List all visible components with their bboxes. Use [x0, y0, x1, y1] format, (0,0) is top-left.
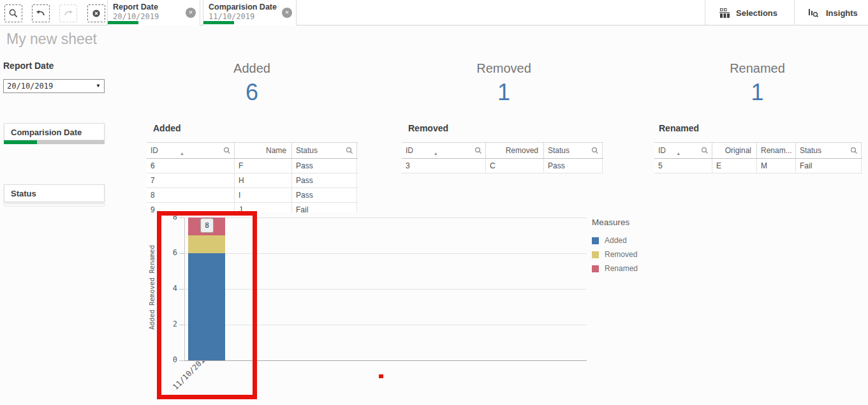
column-header-label: Removed: [506, 146, 538, 155]
kpi-added-label: Added: [147, 61, 357, 76]
column-search-icon[interactable]: [850, 147, 858, 154]
sort-ascending-icon: ▲: [180, 151, 184, 156]
table-cell[interactable]: H: [235, 173, 292, 188]
comparision-date-filter-label: Comparision Date: [4, 124, 104, 137]
table-cell[interactable]: Fail: [796, 159, 862, 173]
filter-chip-report-date[interactable]: Report Date 20/10/2019 ×: [107, 0, 200, 26]
legend-item-added[interactable]: Added: [592, 236, 675, 245]
sheet-title: My new sheet: [6, 31, 97, 48]
table-cell[interactable]: E: [712, 159, 757, 173]
column-search-icon[interactable]: [346, 147, 353, 154]
y-tick-label: 4: [159, 284, 177, 293]
table-cell[interactable]: C: [486, 159, 544, 173]
column-header-renam-[interactable]: Renam...: [757, 143, 796, 158]
column-search-icon[interactable]: [223, 147, 231, 154]
sort-ascending-icon: ▲: [676, 151, 680, 156]
column-header-id[interactable]: ID▲: [654, 143, 712, 158]
status-selection-bar: [4, 203, 105, 207]
kpi-added-value: 6: [147, 79, 357, 106]
column-header-label: Status: [548, 146, 570, 155]
report-date-dropdown[interactable]: 20/10/2019 ▼: [3, 79, 105, 93]
column-header-label: ID: [406, 146, 413, 155]
chip-close-icon[interactable]: ×: [186, 8, 196, 18]
table-cell[interactable]: M: [757, 159, 796, 173]
step-back-button[interactable]: [32, 4, 50, 22]
legend-label: Renamed: [605, 264, 638, 273]
insights-button[interactable]: Insights: [808, 0, 858, 26]
filter-chip-comparision-date[interactable]: Comparision Date 11/10/2019 ×: [203, 0, 297, 26]
table-cell[interactable]: 6: [147, 159, 235, 173]
column-header-id[interactable]: ID▲: [147, 143, 235, 158]
column-header-status[interactable]: Status: [796, 143, 862, 158]
bar-segment-removed[interactable]: [188, 235, 225, 253]
table-row: 8IPass: [147, 188, 358, 203]
y-tick-label: 8: [159, 212, 177, 221]
table-cell[interactable]: F: [235, 159, 292, 173]
kpi-removed-value: 1: [395, 79, 612, 106]
legend-item-renamed[interactable]: Renamed: [592, 264, 675, 273]
gridline-0: [184, 360, 587, 361]
column-search-icon[interactable]: [474, 147, 482, 154]
table-cell[interactable]: J: [235, 203, 292, 212]
table-row: 7HPass: [147, 173, 358, 188]
table-cell[interactable]: 3: [402, 159, 486, 173]
comparision-date-selected-portion: [4, 140, 37, 144]
report-date-dropdown-value: 20/10/2019: [7, 82, 53, 91]
added-table: ID▲NameStatus6FPass7HPass8IPass9JFail: [147, 142, 358, 212]
y-tick-label: 2: [159, 320, 177, 328]
table-cell[interactable]: 5: [654, 159, 712, 173]
clear-selections-button[interactable]: [87, 4, 105, 22]
annotation-marker-dot: [379, 374, 383, 378]
table-cell[interactable]: I: [235, 188, 292, 202]
table-header-row: ID▲RemovedStatus: [402, 142, 603, 159]
comparision-date-selection-bar: [4, 140, 105, 144]
toolbar: Report Date 20/10/2019 × Comparision Dat…: [0, 0, 868, 26]
table-row: 5EMFail: [654, 159, 862, 173]
table-row: 6FPass: [147, 159, 358, 173]
bar-segment-added[interactable]: [188, 253, 225, 360]
table-cell[interactable]: Pass: [292, 159, 357, 173]
kpi-removed-label: Removed: [395, 61, 612, 76]
column-search-icon[interactable]: [701, 147, 709, 154]
chip-selection-underline: [203, 21, 234, 24]
legend-item-removed[interactable]: Removed: [592, 250, 675, 259]
table-cell[interactable]: Pass: [544, 159, 603, 173]
table-cell[interactable]: 7: [147, 173, 235, 188]
legend-swatch: [592, 265, 599, 272]
status-filter[interactable]: Status: [4, 184, 105, 202]
table-cell[interactable]: Fail: [292, 203, 357, 212]
added-table-title: Added: [153, 123, 181, 133]
table-cell[interactable]: 8: [147, 188, 235, 202]
chip-close-icon[interactable]: ×: [282, 8, 292, 18]
insights-label: Insights: [826, 8, 858, 18]
chip-value: 11/10/2019: [209, 12, 254, 21]
column-header-status[interactable]: Status: [544, 143, 603, 158]
search-icon: [8, 8, 18, 18]
selections-button[interactable]: Selections: [719, 0, 777, 26]
column-header-label: ID: [151, 146, 158, 155]
column-header-label: Name: [266, 146, 286, 155]
column-header-original[interactable]: Original: [712, 143, 757, 158]
column-header-name[interactable]: Name: [235, 143, 292, 158]
table-header-row: ID▲NameStatus: [147, 142, 358, 159]
comparision-date-filter[interactable]: Comparision Date: [4, 123, 105, 140]
bar-total-label: 8: [200, 218, 214, 233]
column-header-removed[interactable]: Removed: [486, 143, 544, 158]
table-cell[interactable]: Pass: [292, 173, 357, 188]
kpi-renamed-value: 1: [651, 79, 864, 106]
table-cell[interactable]: Pass: [292, 188, 357, 202]
column-header-label: ID: [658, 146, 666, 155]
table-cell[interactable]: 9: [147, 203, 235, 212]
insights-chart-search-icon: [808, 8, 820, 18]
kpi-renamed: Renamed 1: [651, 61, 864, 106]
column-header-id[interactable]: ID▲: [402, 143, 486, 158]
column-header-status[interactable]: Status: [292, 143, 357, 158]
chevron-down-icon: ▼: [96, 83, 101, 89]
gridline-2: [184, 325, 587, 325]
chip-title: Comparision Date: [209, 3, 277, 11]
column-search-icon[interactable]: [591, 147, 599, 154]
toolbar-divider: [794, 0, 795, 26]
step-forward-button[interactable]: [59, 4, 77, 22]
report-date-label: Report Date: [3, 61, 54, 71]
smart-search-button[interactable]: [4, 4, 22, 22]
